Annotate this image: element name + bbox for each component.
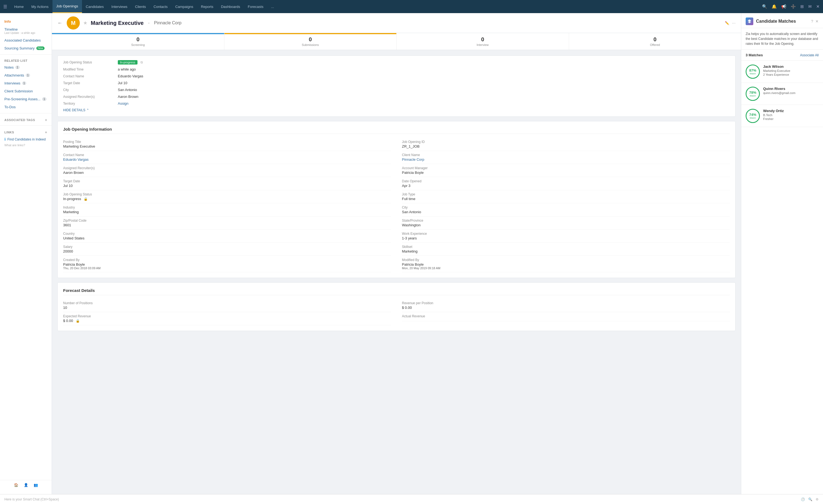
- progress-offered[interactable]: 0 Offered: [569, 33, 741, 50]
- progress-submissions[interactable]: 0 Submissions: [224, 33, 397, 50]
- edit-icon[interactable]: ✏️: [725, 21, 729, 25]
- candidate-info-3: Wendy Ortiz B.Tech Fresher: [763, 109, 784, 121]
- sidebar-item-notes[interactable]: Notes 1: [0, 63, 52, 71]
- candidate-match-1[interactable]: 87% Match Jack Wilson Marketing Executiv…: [741, 61, 823, 83]
- candidate-match-3[interactable]: 74% Match Wendy Ortiz B.Tech Fresher: [741, 105, 823, 127]
- territory-value[interactable]: Assign: [118, 102, 730, 106]
- detail-industry: Industry Marketing: [63, 203, 391, 216]
- detail-salary: Salary 20000: [63, 243, 391, 256]
- forecast-right: Revenue per Position $ 0.00 Actual Reven…: [402, 299, 730, 325]
- add-tag-button[interactable]: +: [45, 118, 47, 122]
- detail-modified-by: Modified By Patricia Boyle Mon, 20 May 2…: [402, 256, 730, 272]
- sidebar-item-prescreening[interactable]: Pre-Screening Asses... 1: [0, 95, 52, 103]
- search-icon[interactable]: 🔍: [762, 4, 767, 9]
- nav-more[interactable]: ...: [267, 0, 278, 13]
- detail-zip: Zip/Postal Code 3601: [63, 216, 391, 229]
- contact-label: Contact Name: [63, 74, 118, 78]
- bell-icon[interactable]: 📢: [781, 4, 786, 9]
- detail-account-manager: Account Manager Patricia Boyle: [402, 164, 730, 177]
- windows-icon[interactable]: ⊞: [800, 4, 804, 9]
- star-icon[interactable]: ★: [83, 20, 88, 26]
- main-wrap: Info Timeline Last Update : a while ago …: [0, 13, 823, 494]
- associate-all-button[interactable]: Associate All: [800, 53, 819, 57]
- info-label: Info: [4, 19, 11, 23]
- record-avatar: M: [67, 16, 80, 29]
- chat-placeholder[interactable]: Here is your Smart Chat (Ctrl+Space): [4, 497, 59, 501]
- title-separator: -: [148, 20, 150, 26]
- nav-candidates[interactable]: Candidates: [82, 0, 108, 13]
- progress-strip: 0 Screening 0 Submissions 0 Interview 0 …: [52, 33, 741, 50]
- info-row-territory: Territory Assign: [63, 102, 730, 106]
- sidebar-bottom-icons: 🏠 👤 👥: [0, 480, 52, 490]
- nav-reports[interactable]: Reports: [197, 0, 217, 13]
- nav-forecasts[interactable]: Forecasts: [244, 0, 267, 13]
- nav-home[interactable]: Home: [10, 0, 28, 13]
- nav-dashboards[interactable]: Dashboards: [217, 0, 244, 13]
- nav-campaigns[interactable]: Campaigns: [171, 0, 197, 13]
- sidebar-item-sourcing-summary[interactable]: Sourcing Summary New: [0, 44, 52, 52]
- status-label: Job Opening Status: [63, 60, 118, 64]
- close-icon[interactable]: ✕: [816, 4, 820, 9]
- nav-interviews[interactable]: Interviews: [108, 0, 132, 13]
- topnav-right: 🔍 🔔 📢 ➕ ⊞ ✉ ✕: [762, 4, 820, 9]
- notes-badge: 1: [15, 65, 20, 69]
- modified-label: Modified Time: [63, 67, 118, 71]
- sidebar-icon-3[interactable]: 👥: [34, 483, 38, 487]
- chevron-up-icon: ⌃: [87, 108, 89, 112]
- progress-interview[interactable]: 0 Interview: [396, 33, 569, 50]
- forecast-section: Forecast Details Number of Positions 10 …: [57, 282, 735, 331]
- sidebar-item-todos[interactable]: To-Dos: [0, 103, 52, 111]
- sidebar-item-associated-candidates[interactable]: Associated Candidates: [0, 36, 52, 44]
- email-icon[interactable]: ✉: [808, 4, 812, 9]
- candidate-info-1: Jack Wilson Marketing Executive 2 Years …: [763, 64, 790, 76]
- nav-my-actions[interactable]: My Actions: [28, 0, 52, 13]
- add-link-button[interactable]: +: [45, 130, 47, 135]
- detail-target-date: Target Date Jul 10: [63, 177, 391, 190]
- sidebar-icon-1[interactable]: 🏠: [14, 483, 18, 487]
- hamburger-icon[interactable]: ☰: [3, 4, 7, 9]
- quick-info-section: Job Opening Status In-progress ⧉ Modifie…: [57, 55, 735, 117]
- progress-screening[interactable]: 0 Screening: [52, 33, 224, 50]
- detail-date-opened: Date Opened Apr 3: [402, 177, 730, 190]
- notification-icon[interactable]: 🔔: [772, 4, 777, 9]
- detail-client-name: Client Name Pinnacle Corp: [402, 151, 730, 164]
- nav-contacts[interactable]: Contacts: [150, 0, 171, 13]
- help-icon[interactable]: ?: [811, 19, 813, 23]
- content-area: ← M ★ Marketing Executive - Pinnacle Cor…: [52, 13, 741, 494]
- sidebar-item-client-submission[interactable]: Client Submission: [0, 87, 52, 95]
- find-indeed-link[interactable]: ℹ Find Candidates in Indeed: [0, 136, 52, 143]
- info-row-modified: Modified Time a while ago: [63, 67, 730, 71]
- detail-job-type: Job Type Full time: [402, 190, 730, 203]
- record-body: Job Opening Status In-progress ⧉ Modifie…: [52, 50, 741, 494]
- info-row-city: City San Antonio: [63, 88, 730, 92]
- detail-opening-id: Job Opening ID ZR_1_JOB: [402, 138, 730, 151]
- nav-job-openings[interactable]: Job Openings: [52, 0, 82, 13]
- bottom-bar: Here is your Smart Chat (Ctrl+Space) 🕐 🔍…: [0, 494, 823, 504]
- back-button[interactable]: ←: [57, 20, 62, 26]
- contact-value: Eduardo Vargas: [118, 74, 730, 78]
- candidate-match-2[interactable]: 78% Match Quinn Rivers quinn.rivers@gmai…: [741, 83, 823, 105]
- detail-actual-revenue: Actual Revenue: [402, 312, 730, 321]
- search-small-icon[interactable]: 🔍: [808, 497, 812, 501]
- status-badge: In-progress: [118, 60, 138, 64]
- recruiter-value: Aaron Brown: [118, 95, 730, 99]
- detail-opening-status: Job Opening Status In-progress 🔒: [63, 190, 391, 203]
- forecast-heading: Forecast Details: [63, 288, 730, 295]
- nav-clients[interactable]: Clients: [131, 0, 150, 13]
- more-icon[interactable]: ⋯: [732, 21, 735, 25]
- prescreening-badge: 1: [42, 97, 46, 101]
- sidebar-item-info[interactable]: Info: [0, 17, 52, 25]
- sidebar-item-interviews[interactable]: Interviews 1: [0, 79, 52, 87]
- info-row-recruiter: Assigned Recruiter(s) Aaron Brown: [63, 95, 730, 99]
- copy-icon[interactable]: ⧉: [141, 60, 143, 64]
- settings-icon[interactable]: ⚙: [816, 497, 819, 501]
- panel-close-icon[interactable]: ✕: [815, 19, 819, 23]
- hide-details-button[interactable]: HIDE DETAILS ⌃: [63, 108, 730, 112]
- add-icon[interactable]: ➕: [791, 4, 796, 9]
- sidebar-item-timeline[interactable]: Timeline Last Update : a while ago: [0, 25, 52, 36]
- sidebar-icon-2[interactable]: 👤: [24, 483, 28, 487]
- record-title: Marketing Executive: [91, 20, 144, 26]
- clock-icon[interactable]: 🕐: [801, 497, 805, 501]
- sidebar-item-attachments[interactable]: Attachments 1: [0, 71, 52, 79]
- modified-value: a while ago: [118, 67, 730, 71]
